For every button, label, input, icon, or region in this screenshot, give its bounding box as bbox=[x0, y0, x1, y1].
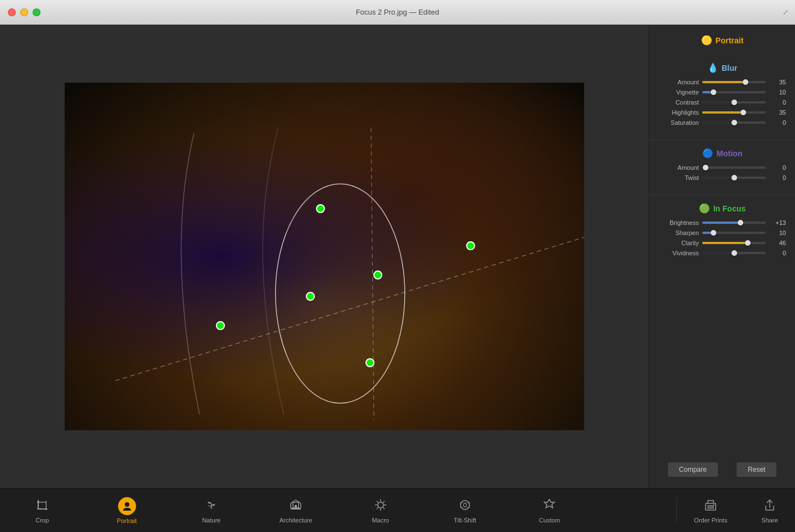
portrait-label: Portrait bbox=[716, 36, 744, 45]
blur-amount-track[interactable] bbox=[702, 81, 766, 83]
toolbar-item-nature[interactable]: Nature bbox=[169, 489, 254, 532]
motion-amount-thumb[interactable] bbox=[703, 165, 708, 170]
bottom-toolbar: Crop Portrait Nature bbox=[0, 488, 795, 532]
custom-label: Custom bbox=[539, 517, 560, 524]
expand-icon[interactable]: ⤢ bbox=[783, 8, 788, 16]
blur-highlights-track[interactable] bbox=[702, 111, 766, 114]
blur-contrast-track[interactable] bbox=[702, 101, 766, 103]
portrait-label: Portrait bbox=[117, 517, 137, 524]
blur-header: 💧 Blur bbox=[658, 62, 786, 73]
infocus-sharpen-label: Sharpen bbox=[658, 229, 699, 236]
infocus-sharpen-thumb[interactable] bbox=[711, 230, 716, 236]
blur-saturation-label: Saturation bbox=[658, 119, 699, 126]
motion-amount-label: Amount bbox=[658, 164, 699, 171]
blur-section: 💧 Blur Amount 35 Vignette 10 bbox=[649, 58, 795, 136]
infocus-header: 🟢 In Focus bbox=[658, 203, 786, 214]
toolbar-item-portrait[interactable]: Portrait bbox=[84, 489, 169, 532]
nature-label: Nature bbox=[202, 517, 220, 524]
motion-twist-thumb[interactable] bbox=[731, 175, 737, 181]
portrait-icon bbox=[118, 497, 136, 515]
toolbar-item-architecture[interactable]: Architecture bbox=[254, 489, 338, 532]
infocus-vividness-row: Vividness 0 bbox=[658, 250, 786, 256]
motion-amount-track[interactable] bbox=[702, 166, 766, 169]
divider-1 bbox=[649, 139, 795, 140]
infocus-sharpen-row: Sharpen 10 bbox=[658, 229, 786, 236]
blur-amount-thumb[interactable] bbox=[743, 79, 748, 85]
blur-contrast-label: Contrast bbox=[658, 99, 699, 106]
infocus-sharpen-value: 10 bbox=[769, 229, 786, 236]
order-prints-icon bbox=[703, 498, 718, 515]
blur-saturation-track[interactable] bbox=[702, 121, 766, 124]
portrait-icon: 🟡 bbox=[701, 35, 712, 46]
macro-icon bbox=[373, 498, 388, 515]
blur-amount-label: Amount bbox=[658, 79, 699, 85]
infocus-vividness-track[interactable] bbox=[702, 252, 766, 254]
blur-highlights-thumb[interactable] bbox=[740, 110, 746, 115]
infocus-label: In Focus bbox=[713, 204, 746, 213]
titlebar: Focus 2 Pro.jpg — Edited ⤢ bbox=[0, 0, 795, 25]
motion-amount-row: Amount 0 bbox=[658, 164, 786, 171]
blur-vignette-value: 10 bbox=[769, 89, 786, 96]
infocus-clarity-thumb[interactable] bbox=[745, 240, 751, 246]
blur-vignette-row: Vignette 10 bbox=[658, 89, 786, 96]
custom-icon bbox=[542, 498, 557, 515]
reset-button[interactable]: Reset bbox=[737, 462, 776, 477]
blur-contrast-fill bbox=[702, 101, 734, 103]
toolbar-item-tiltshift[interactable]: Tilt-Shift bbox=[423, 489, 507, 532]
infocus-sharpen-track[interactable] bbox=[702, 232, 766, 234]
toolbar-item-order-prints[interactable]: Order Prints bbox=[677, 489, 744, 532]
motion-twist-label: Twist bbox=[658, 174, 699, 181]
infocus-brightness-fill bbox=[702, 222, 740, 224]
blur-vignette-track[interactable] bbox=[702, 91, 766, 93]
panel-bottom-buttons: Compare Reset bbox=[649, 457, 795, 483]
motion-amount-value: 0 bbox=[769, 164, 786, 171]
close-button[interactable] bbox=[8, 8, 16, 16]
infocus-brightness-value: +13 bbox=[769, 219, 786, 226]
motion-section: 🔵 Motion Amount 0 Twist 0 bbox=[649, 143, 795, 191]
toolbar-item-custom[interactable]: Custom bbox=[507, 489, 591, 532]
blur-icon: 💧 bbox=[707, 62, 719, 73]
blur-highlights-row: Highlights 35 bbox=[658, 109, 786, 116]
blur-contrast-value: 0 bbox=[769, 99, 786, 106]
window-title: Focus 2 Pro.jpg — Edited bbox=[356, 8, 439, 16]
infocus-vividness-thumb[interactable] bbox=[731, 250, 737, 256]
blur-amount-row: Amount 35 bbox=[658, 79, 786, 85]
infocus-clarity-fill bbox=[702, 242, 748, 244]
infocus-clarity-label: Clarity bbox=[658, 240, 699, 246]
blur-contrast-row: Contrast 0 bbox=[658, 99, 786, 106]
architecture-label: Architecture bbox=[279, 517, 313, 524]
motion-header: 🔵 Motion bbox=[658, 148, 786, 159]
toolbar-item-share[interactable]: Share bbox=[744, 489, 795, 532]
maximize-button[interactable] bbox=[33, 8, 40, 16]
minimize-button[interactable] bbox=[20, 8, 28, 16]
blur-highlights-value: 35 bbox=[769, 109, 786, 116]
blur-contrast-thumb[interactable] bbox=[731, 100, 737, 105]
blur-saturation-row: Saturation 0 bbox=[658, 119, 786, 126]
motion-twist-track[interactable] bbox=[702, 177, 766, 179]
blur-amount-value: 35 bbox=[769, 79, 786, 85]
tiltshift-label: Tilt-Shift bbox=[454, 517, 476, 524]
toolbar-item-macro[interactable]: Macro bbox=[338, 489, 423, 532]
blur-vignette-thumb[interactable] bbox=[711, 89, 716, 95]
svg-point-13 bbox=[125, 502, 129, 507]
window-controls[interactable] bbox=[8, 8, 40, 16]
svg-rect-18 bbox=[295, 505, 297, 508]
blur-saturation-thumb[interactable] bbox=[731, 120, 737, 125]
infocus-brightness-track[interactable] bbox=[702, 222, 766, 224]
compare-button[interactable]: Compare bbox=[668, 462, 718, 477]
infocus-brightness-thumb[interactable] bbox=[738, 220, 743, 226]
infocus-clarity-track[interactable] bbox=[702, 242, 766, 244]
canvas-area[interactable] bbox=[0, 25, 649, 488]
right-panel: 🟡 Portrait 💧 Blur Amount 35 Vignette bbox=[649, 25, 795, 488]
infocus-clarity-value: 46 bbox=[769, 240, 786, 246]
nature-icon bbox=[204, 498, 219, 515]
blur-highlights-fill bbox=[702, 111, 743, 114]
svg-point-23 bbox=[463, 503, 467, 507]
toolbar-item-crop[interactable]: Crop bbox=[0, 489, 84, 532]
photo-scene bbox=[65, 83, 584, 430]
photo-container bbox=[65, 83, 584, 430]
crop-label: Crop bbox=[35, 517, 49, 524]
crop-icon bbox=[35, 498, 49, 515]
portrait-header: 🟡 Portrait bbox=[658, 35, 786, 46]
motion-icon: 🔵 bbox=[702, 148, 713, 159]
